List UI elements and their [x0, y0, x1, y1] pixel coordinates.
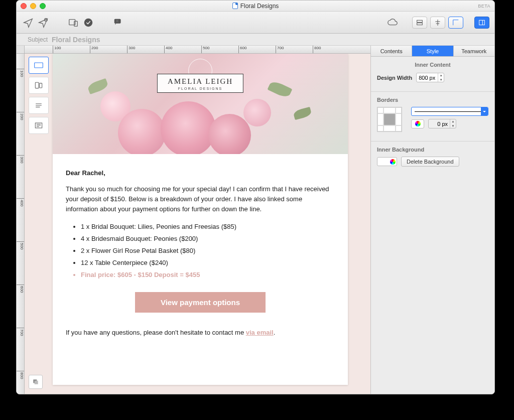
email-link[interactable]: via email	[246, 329, 274, 336]
check-icon[interactable]	[82, 16, 95, 29]
toolbar: ✕	[17, 12, 494, 34]
border-color-swatch[interactable]	[411, 119, 424, 128]
view-desktop[interactable]	[29, 57, 49, 74]
main-area: 100200300400500600700800 100200300400500…	[17, 46, 494, 394]
window-title: Floral Designs	[17, 3, 494, 10]
list-item-final: Final price: $605 - $150 Deposit = $455	[81, 270, 335, 280]
titlebar: Floral Designs BETA	[17, 1, 494, 12]
list-item: 4 x Bridesmaid Bouquet: Peonies ($200)	[81, 234, 335, 244]
layout-split-button[interactable]	[412, 17, 427, 29]
minimize-button[interactable]	[30, 3, 36, 9]
paragraph-intro: Thank you so much for choosing me for yo…	[66, 184, 335, 214]
subject-bar: Subject Floral Designs	[17, 34, 494, 46]
close-button[interactable]	[21, 3, 27, 9]
send-icon[interactable]	[22, 16, 35, 29]
subject-label: Subject	[28, 36, 48, 43]
line-style-select[interactable]	[411, 107, 488, 116]
paragraph-contact: If you have any questions, please don't …	[66, 328, 335, 338]
section-inner-content: Inner Content Design Width ▲▼	[371, 57, 494, 92]
design-width-stepper[interactable]: ▲▼	[416, 73, 444, 82]
svg-text:✕: ✕	[116, 19, 118, 23]
svg-rect-14	[35, 381, 38, 384]
border-width-stepper[interactable]: ▲▼	[428, 119, 456, 128]
align-center-button[interactable]	[430, 17, 445, 29]
panel-tabs: Contents Style Teamwork	[371, 46, 494, 57]
svg-rect-10	[35, 82, 39, 88]
inner-content-heading: Inner Content	[377, 62, 488, 68]
design-width-label: Design Width	[377, 75, 412, 81]
comments-icon[interactable]: ✕	[112, 16, 125, 29]
layers-button[interactable]	[29, 375, 43, 389]
hero-image[interactable]: AMELIA LEIGH FLORAL DESIGNS	[53, 54, 348, 154]
cta-button[interactable]: View payment options	[135, 292, 266, 313]
order-list: 1 x Bridal Bouquet: Lilies, Peonies and …	[66, 222, 335, 281]
svg-rect-8	[479, 20, 485, 25]
tab-teamwork[interactable]: Teamwork	[454, 46, 494, 56]
send-test-icon[interactable]	[37, 16, 50, 29]
email-document[interactable]: AMELIA LEIGH FLORAL DESIGNS Dear Rachel,…	[53, 54, 348, 385]
ruler-horizontal: 100200300400500600700800	[25, 46, 370, 54]
greeting: Dear Rachel,	[66, 168, 335, 178]
view-mobile[interactable]	[29, 77, 49, 94]
ruler-button[interactable]	[448, 17, 463, 29]
hero-label[interactable]: AMELIA LEIGH FLORAL DESIGNS	[157, 74, 243, 93]
view-text[interactable]	[29, 97, 49, 114]
list-item: 1 x Bridal Bouquet: Lilies, Peonies and …	[81, 222, 335, 232]
list-item: 12 x Table Centerpiece ($240)	[81, 258, 335, 268]
design-width-input[interactable]	[417, 75, 438, 81]
delete-background-button[interactable]: Delete Background	[401, 157, 459, 167]
cloud-icon[interactable]	[386, 16, 399, 29]
maximize-button[interactable]	[40, 3, 46, 9]
section-inner-background: Inner Background Delete Background	[371, 142, 494, 176]
window-controls	[21, 3, 46, 9]
bg-color-swatch[interactable]	[377, 157, 397, 166]
document-icon	[232, 3, 238, 9]
border-selector[interactable]	[377, 107, 402, 132]
subject-value[interactable]: Floral Designs	[52, 36, 100, 44]
email-body[interactable]: Dear Rachel, Thank you so much for choos…	[53, 154, 348, 359]
window-title-text: Floral Designs	[240, 3, 279, 10]
app-window: Floral Designs BETA ✕ Subject Floral Des…	[16, 0, 495, 394]
list-item: 2 x Flower Girl Rose Petal Basket ($80)	[81, 246, 335, 256]
brand-sub: FLORAL DESIGNS	[168, 87, 233, 90]
view-tabs	[29, 57, 49, 134]
canvas[interactable]: 100200300400500600700800 100200300400500…	[17, 46, 370, 394]
ruler-corner	[17, 46, 25, 54]
inner-bg-heading: Inner Background	[377, 147, 488, 153]
tab-style[interactable]: Style	[412, 46, 453, 56]
svg-point-3	[84, 18, 93, 27]
beta-badge: BETA	[478, 4, 490, 9]
ruler-vertical: 100200300400500600700800	[17, 54, 25, 394]
view-source[interactable]	[29, 117, 49, 134]
svg-rect-7	[417, 23, 423, 25]
inspector-panel: Contents Style Teamwork Inner Content De…	[370, 46, 494, 394]
svg-rect-2	[74, 21, 77, 26]
brand-name: AMELIA LEIGH	[168, 77, 233, 86]
border-width-input[interactable]	[429, 121, 450, 127]
tab-contents[interactable]: Contents	[371, 46, 412, 56]
svg-rect-11	[40, 83, 42, 88]
section-borders: Borders ▲▼	[371, 92, 494, 142]
borders-heading: Borders	[377, 97, 488, 103]
panel-toggle-button[interactable]	[474, 17, 489, 29]
svg-rect-6	[417, 20, 423, 22]
svg-rect-9	[35, 63, 43, 68]
devices-icon[interactable]	[67, 16, 80, 29]
